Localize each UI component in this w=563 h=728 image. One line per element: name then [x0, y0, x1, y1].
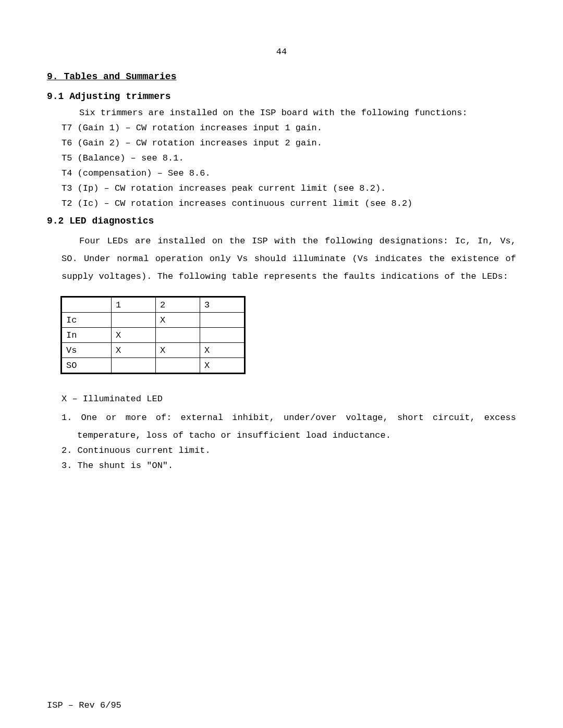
cell-vs-3: X: [200, 343, 244, 358]
table-row: Ic X: [62, 313, 244, 328]
row-label-so: SO: [62, 358, 112, 373]
trimmer-t5: T5 (Balance) – see 8.1.: [62, 153, 516, 163]
cell-so-2: [156, 358, 200, 373]
cell-vs-1: X: [112, 343, 156, 358]
note-3: 3. The shunt is "ON".: [62, 461, 516, 471]
trimmer-t3: T3 (Ip) – CW rotation increases peak cur…: [62, 183, 516, 193]
page-number: 44: [47, 47, 516, 57]
table-legend: X – Illuminated LED: [62, 394, 516, 404]
table-header-2: 2: [156, 298, 200, 313]
table-row: Vs X X X: [62, 343, 244, 358]
led-table: 1 2 3 Ic X In X Vs X X X SO X: [62, 297, 244, 373]
cell-in-3: [200, 328, 244, 343]
table-header-3: 3: [200, 298, 244, 313]
cell-ic-3: [200, 313, 244, 328]
cell-in-2: [156, 328, 200, 343]
section-9-2-paragraph: Four LEDs are installed on the ISP with …: [62, 232, 516, 286]
table-header-blank: [62, 298, 112, 313]
table-header-1: 1: [112, 298, 156, 313]
cell-ic-2: X: [156, 313, 200, 328]
cell-so-3: X: [200, 358, 244, 373]
cell-in-1: X: [112, 328, 156, 343]
note-1: 1. One or more of: external inhibit, und…: [62, 409, 516, 445]
trimmer-t2: T2 (Ic) – CW rotation increases continuo…: [62, 199, 516, 208]
footer-text: ISP – Rev 6/95: [47, 700, 121, 710]
heading-9: 9. Tables and Summaries: [47, 71, 516, 82]
heading-9-2: 9.2 LED diagnostics: [47, 216, 516, 226]
trimmer-t4: T4 (compensation) – See 8.6.: [62, 168, 516, 178]
row-label-in: In: [62, 328, 112, 343]
cell-ic-1: [112, 313, 156, 328]
trimmer-t6: T6 (Gain 2) – CW rotation increases inpu…: [62, 138, 516, 148]
section-9-1-intro: Six trimmers are installed on the ISP bo…: [79, 108, 516, 118]
table-row: In X: [62, 328, 244, 343]
cell-so-1: [112, 358, 156, 373]
table-row: SO X: [62, 358, 244, 373]
page: 44 9. Tables and Summaries 9.1 Adjusting…: [0, 0, 563, 728]
row-label-vs: Vs: [62, 343, 112, 358]
note-2: 2. Continuous current limit.: [62, 446, 516, 455]
table-header-row: 1 2 3: [62, 298, 244, 313]
row-label-ic: Ic: [62, 313, 112, 328]
heading-9-1: 9.1 Adjusting trimmers: [47, 91, 516, 102]
cell-vs-2: X: [156, 343, 200, 358]
trimmer-t7: T7 (Gain 1) – CW rotation increases inpu…: [62, 123, 516, 133]
